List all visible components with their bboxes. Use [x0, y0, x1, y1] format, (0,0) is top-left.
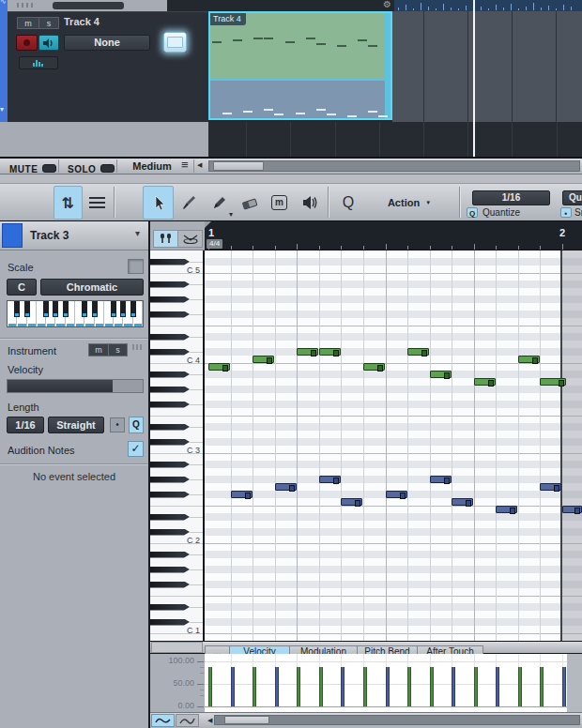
listen-tool-button[interactable] [294, 186, 326, 220]
white-key[interactable] [150, 416, 203, 423]
white-key[interactable] [150, 611, 203, 618]
mini-slider[interactable] [53, 2, 124, 9]
midi-note-green[interactable] [518, 356, 540, 363]
midi-note-blue[interactable] [231, 491, 253, 498]
velocity-bar-blue[interactable] [231, 667, 235, 706]
white-key[interactable] [150, 303, 203, 311]
velocity-bar-green[interactable] [253, 667, 256, 706]
midi-note-blue[interactable] [452, 498, 473, 506]
white-key[interactable] [150, 588, 203, 596]
black-key[interactable] [150, 311, 190, 318]
midi-note-green[interactable] [208, 363, 230, 371]
note-velocity-handle[interactable] [421, 350, 427, 356]
midi-note-green[interactable] [407, 348, 429, 356]
note-grid[interactable] [205, 250, 582, 641]
midi-note-green[interactable] [363, 363, 385, 371]
action-menu-button[interactable]: Action ▼ [371, 186, 448, 220]
view-options-button[interactable] [83, 186, 112, 220]
track-solo-button[interactable]: s [38, 17, 59, 29]
note-velocity-handle[interactable] [245, 493, 251, 499]
midi-clip[interactable]: Track 4 [208, 11, 392, 120]
midi-note-blue[interactable] [496, 506, 517, 513]
white-key[interactable] [150, 596, 203, 603]
split-tool-button[interactable] [174, 186, 204, 220]
black-key[interactable] [53, 301, 58, 317]
inspector-mute-button[interactable]: m [88, 343, 108, 356]
inspector-header[interactable]: Track 3 ▾ [0, 221, 148, 250]
midi-note-blue[interactable] [562, 506, 582, 513]
velocity-bar-green[interactable] [474, 667, 478, 706]
scroll-left-arrow[interactable]: ◀ [197, 161, 202, 169]
black-key[interactable] [150, 349, 190, 356]
note-velocity-handle[interactable] [510, 508, 515, 514]
arrange-grid-empty[interactable] [208, 122, 582, 157]
black-key[interactable] [130, 301, 136, 317]
black-key[interactable] [150, 402, 190, 408]
white-key[interactable] [150, 498, 203, 506]
playhead[interactable] [473, 0, 475, 157]
white-key[interactable] [150, 558, 203, 566]
white-key[interactable] [150, 378, 203, 386]
black-key[interactable] [150, 462, 190, 468]
black-key[interactable] [150, 529, 190, 536]
piano-keys[interactable]: C 5C 4C 3C 2C 1 [150, 250, 205, 641]
dropdown-icon[interactable]: ▾ [135, 228, 140, 238]
record-arm-button[interactable] [16, 35, 38, 51]
curve-tool-button-2[interactable] [176, 714, 199, 727]
note-velocity-handle[interactable] [355, 500, 360, 507]
note-velocity-handle[interactable] [488, 380, 494, 387]
mute-all-button[interactable]: MUTE [2, 159, 59, 173]
instrument-select-button[interactable]: None [64, 35, 150, 51]
curve-tool-button-1[interactable] [151, 714, 175, 727]
paint-tool-button[interactable]: ▾ [204, 186, 235, 220]
black-key[interactable] [150, 604, 190, 611]
black-key[interactable] [150, 567, 190, 573]
eraser-tool-button[interactable] [235, 186, 265, 220]
editor-h-scrollbar-thumb[interactable] [224, 716, 269, 724]
velocity-bar-blue[interactable] [452, 667, 455, 706]
white-key[interactable] [150, 453, 203, 461]
note-pins-button[interactable] [153, 230, 178, 248]
white-key[interactable] [150, 341, 203, 348]
macro-q-button[interactable]: Q [330, 186, 366, 220]
editor-h-scrollbar-track[interactable] [214, 715, 580, 725]
quantize-chip-icon[interactable]: Q [467, 207, 478, 218]
black-key[interactable] [120, 301, 126, 317]
inspector-solo-button[interactable]: s [108, 343, 128, 356]
audition-checkbox[interactable]: ✓ [128, 441, 144, 457]
editor-track-name[interactable]: Track 3 [30, 229, 69, 242]
velocity-slider[interactable] [7, 379, 144, 393]
timeline-ruler[interactable]: 1 2 4/4 [205, 221, 582, 250]
scroll-left-arrow[interactable]: ◀ [207, 717, 212, 724]
white-key[interactable] [150, 326, 203, 333]
velocity-bar-green[interactable] [297, 667, 300, 706]
solo-all-button[interactable]: SOLO [60, 159, 117, 173]
midi-note-green[interactable] [319, 348, 341, 356]
track-scroll-strip[interactable]: ∿ ▾ [0, 0, 8, 123]
h-scrollbar-thumb[interactable] [213, 161, 264, 171]
white-key[interactable] [150, 543, 203, 551]
scale-keyboard[interactable] [7, 300, 144, 327]
arrow-tool-button[interactable] [143, 186, 174, 220]
velocity-bar-green[interactable] [518, 667, 522, 706]
swing-button[interactable]: Straight [48, 417, 104, 433]
black-key[interactable] [150, 492, 190, 498]
black-key[interactable] [150, 372, 190, 378]
note-velocity-handle[interactable] [444, 372, 450, 379]
velocity-bar-blue[interactable] [341, 667, 345, 706]
white-key[interactable] [150, 521, 203, 528]
velocity-bar-green[interactable] [208, 667, 212, 706]
velocity-bar-blue[interactable] [275, 667, 279, 706]
snap-chip-icon[interactable]: ▪ [560, 207, 572, 218]
midi-note-blue[interactable] [430, 476, 452, 483]
velocity-lane[interactable] [205, 654, 582, 712]
midi-note-blue[interactable] [319, 476, 341, 483]
note-velocity-handle[interactable] [333, 350, 339, 356]
black-key[interactable] [150, 259, 190, 265]
scale-type-button[interactable]: Chromatic [40, 279, 144, 296]
note-velocity-handle[interactable] [333, 478, 339, 484]
scale-checkbox[interactable] [128, 259, 144, 274]
length-q-button[interactable]: Q [129, 417, 144, 433]
drum-view-button[interactable] [178, 230, 203, 248]
black-key[interactable] [150, 619, 190, 626]
